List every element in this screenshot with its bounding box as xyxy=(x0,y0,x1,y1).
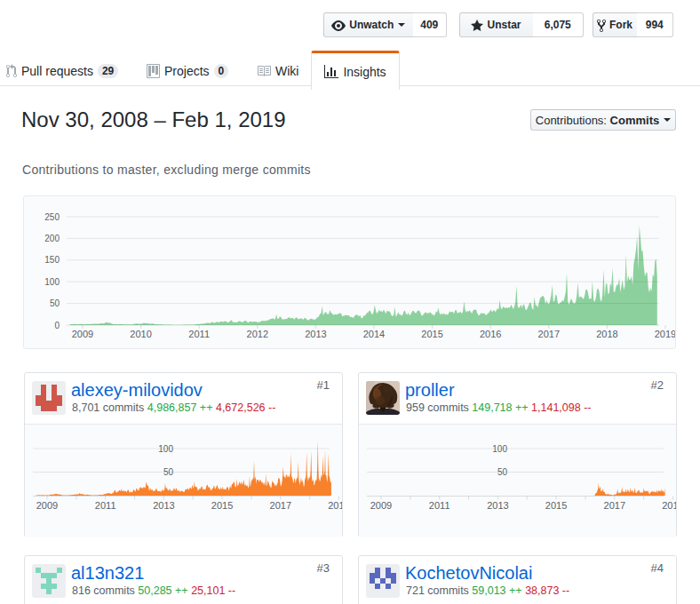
svg-text:2011: 2011 xyxy=(188,329,210,339)
svg-text:2015: 2015 xyxy=(211,500,233,511)
svg-text:2019: 2019 xyxy=(662,500,676,511)
svg-text:2016: 2016 xyxy=(480,329,501,339)
svg-text:2019: 2019 xyxy=(655,329,675,339)
svg-text:150: 150 xyxy=(44,255,60,265)
svg-text:2017: 2017 xyxy=(538,329,560,339)
svg-text:0: 0 xyxy=(54,321,60,330)
svg-text:2013: 2013 xyxy=(305,329,326,339)
svg-text:2015: 2015 xyxy=(545,500,567,511)
svg-text:2013: 2013 xyxy=(153,500,174,511)
svg-text:2014: 2014 xyxy=(363,329,385,339)
svg-text:2009: 2009 xyxy=(36,500,58,511)
svg-text:2012: 2012 xyxy=(247,329,268,339)
svg-text:2017: 2017 xyxy=(270,500,291,511)
svg-text:2018: 2018 xyxy=(596,329,617,339)
svg-text:2011: 2011 xyxy=(429,500,450,511)
svg-text:2009: 2009 xyxy=(370,500,392,511)
svg-text:2019: 2019 xyxy=(328,500,342,511)
svg-text:50: 50 xyxy=(50,298,60,308)
svg-text:2013: 2013 xyxy=(487,500,508,511)
svg-text:2011: 2011 xyxy=(95,500,116,511)
svg-text:200: 200 xyxy=(44,234,60,243)
svg-text:250: 250 xyxy=(44,212,60,222)
svg-text:2010: 2010 xyxy=(130,329,151,339)
svg-text:2009: 2009 xyxy=(72,329,93,339)
svg-text:50: 50 xyxy=(497,467,508,477)
svg-text:50: 50 xyxy=(163,467,174,477)
svg-text:2015: 2015 xyxy=(421,329,442,339)
svg-text:100: 100 xyxy=(492,444,507,454)
svg-text:100: 100 xyxy=(158,444,173,454)
svg-text:100: 100 xyxy=(44,277,60,287)
svg-text:2017: 2017 xyxy=(604,500,625,511)
